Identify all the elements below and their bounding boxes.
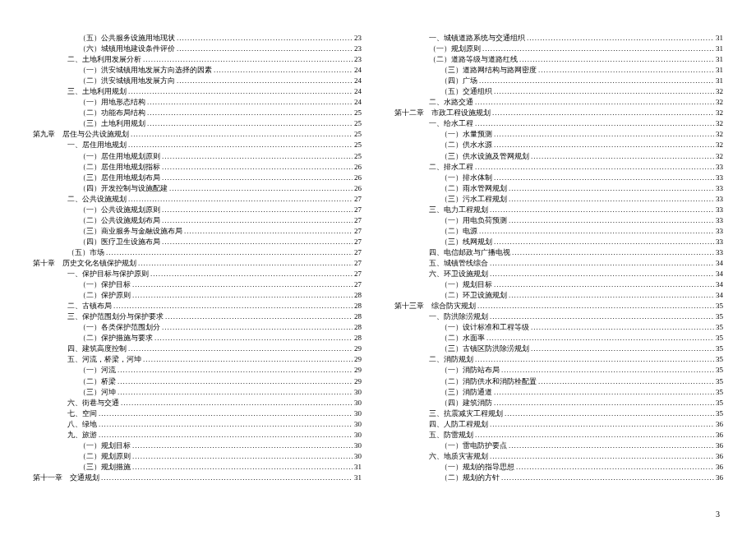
toc-entry-label: （二）居住用地规划指标 <box>79 162 160 173</box>
toc-entry: 二、水路交通32 <box>394 97 723 108</box>
toc-leader-dots <box>162 162 353 173</box>
toc-entry-page: 27 <box>354 194 362 205</box>
toc-entry-page: 31 <box>354 473 362 483</box>
toc-entry: 第十二章 市政工程设施规划32 <box>394 108 723 118</box>
toc-entry-label: 三、电力工程规划 <box>429 205 488 215</box>
toc-entry-page: 27 <box>354 215 362 226</box>
toc-entry-label: 第十章 历史文化名镇保护规划 <box>33 258 136 269</box>
toc-entry-label: 五、防雷规划 <box>429 430 473 440</box>
toc-entry: 三、电力工程规划33 <box>394 205 723 215</box>
toc-entry-label: （二）雨水管网规划 <box>440 183 507 194</box>
toc-entry-label: （一）河流 <box>79 365 116 376</box>
toc-leader-dots <box>132 290 353 301</box>
toc-entry-page: 23 <box>354 44 362 54</box>
toc-entry-page: 27 <box>354 279 362 290</box>
toc-entry-page: 35 <box>716 311 723 322</box>
toc-entry-label: 一、给水工程 <box>429 118 473 129</box>
toc-leader-dots <box>509 440 714 451</box>
toc-entry-page: 24 <box>354 97 362 108</box>
toc-leader-dots <box>147 97 353 108</box>
toc-entry-page: 27 <box>354 258 362 269</box>
toc-entry: （一）用电负荷预测33 <box>394 215 723 226</box>
toc-entry-page: 33 <box>716 162 723 173</box>
toc-entry-page: 35 <box>716 365 723 376</box>
toc-entry-page: 33 <box>716 183 723 194</box>
toc-leader-dots <box>519 54 714 65</box>
toc-columns: （五）公共服务设施用地现状23（六）城镇用地建设条件评价23二、土地利用发展分析… <box>33 33 723 483</box>
toc-leader-dots <box>121 398 353 408</box>
toc-entry-label: 七、空间 <box>67 408 97 419</box>
toc-entry: （一）规划目标34 <box>394 279 723 290</box>
toc-entry-label: （一）消防站布局 <box>440 365 500 376</box>
toc-entry: （一）规划原则31 <box>394 44 723 54</box>
toc-leader-dots <box>516 462 714 473</box>
toc-entry-label: 第九章 居住与公共设施规划 <box>33 129 129 140</box>
toc-entry-page: 27 <box>354 237 362 247</box>
toc-entry-page: 36 <box>716 473 723 483</box>
toc-entry-label: 三、保护范围划分与保护要求 <box>67 311 164 322</box>
toc-entry: （一）用地形态结构24 <box>33 97 362 108</box>
toc-entry: 二、古镇布局28 <box>33 301 362 311</box>
toc-entry-label: 第十一章 交通规划 <box>33 473 99 483</box>
toc-entry: （二）居住用地规划指标26 <box>33 162 362 173</box>
toc-entry: （一）河流29 <box>33 365 362 376</box>
toc-leader-dots <box>177 44 353 54</box>
toc-entry-label: 八、绿地 <box>67 419 97 430</box>
toc-leader-dots <box>505 408 714 419</box>
toc-entry-page: 32 <box>716 129 723 140</box>
toc-leader-dots <box>531 151 714 162</box>
toc-leader-dots <box>132 451 353 462</box>
toc-entry-page: 34 <box>716 279 723 290</box>
toc-entry-page: 30 <box>354 408 362 419</box>
toc-entry-label: （一）规划原则 <box>429 44 481 54</box>
toc-entry-page: 35 <box>716 301 723 311</box>
toc-entry: （一）公共设施规划原则27 <box>33 205 362 215</box>
toc-entry: 六、环卫设施规划34 <box>394 269 723 279</box>
toc-entry-page: 32 <box>716 151 723 162</box>
toc-leader-dots <box>475 97 714 108</box>
toc-entry-page: 33 <box>716 237 723 247</box>
toc-leader-dots <box>531 322 714 333</box>
toc-entry-label: （一）水量预测 <box>440 129 492 140</box>
toc-leader-dots <box>162 173 353 183</box>
toc-entry: （二）道路等级与道路红线31 <box>394 54 723 65</box>
toc-entry-page: 29 <box>354 365 362 376</box>
toc-entry: （一）设计标准和工程等级35 <box>394 322 723 333</box>
toc-entry-label: （三）居住用地规划布局 <box>79 173 160 183</box>
toc-entry: 二、排水工程33 <box>394 162 723 173</box>
toc-entry: （一）居住用地规划原则25 <box>33 151 362 162</box>
toc-entry: 一、保护目标与保护原则27 <box>33 269 362 279</box>
toc-entry-label: 一、居住用地规划 <box>67 140 127 150</box>
toc-entry: （二）水面率35 <box>394 333 723 344</box>
toc-leader-dots <box>150 269 353 279</box>
toc-entry-label: 二、水路交通 <box>429 97 473 108</box>
toc-entry-label: （二）环卫设施规划 <box>440 290 507 301</box>
toc-entry-page: 24 <box>354 65 362 76</box>
toc-entry: 九、旅游30 <box>33 430 362 440</box>
toc-entry-label: 一、城镇道路系统与交通组织 <box>429 33 525 44</box>
toc-entry-page: 25 <box>354 151 362 162</box>
toc-entry: （二）保护措施与要求28 <box>33 333 362 344</box>
toc-entry-label: （二）规划的方针 <box>440 473 500 483</box>
toc-leader-dots <box>99 419 353 430</box>
toc-entry: （一）规划的指导思想36 <box>394 462 723 473</box>
toc-leader-dots <box>101 473 353 483</box>
toc-leader-dots <box>162 151 353 162</box>
toc-entry-page: 25 <box>354 118 362 129</box>
toc-leader-dots <box>509 215 714 226</box>
toc-entry-page: 30 <box>354 430 362 440</box>
toc-entry-label: （三）污水工程规划 <box>440 194 507 205</box>
toc-leader-dots <box>501 365 714 376</box>
toc-entry-page: 25 <box>354 140 362 150</box>
toc-leader-dots <box>509 194 714 205</box>
toc-entry: （四）建筑消防35 <box>394 398 723 408</box>
toc-entry-label: （四）建筑消防 <box>440 398 492 408</box>
toc-entry: （五）市场27 <box>33 247 362 258</box>
toc-leader-dots <box>494 387 714 398</box>
toc-entry-label: （三）古镇区防洪除涝规划 <box>440 344 529 354</box>
toc-leader-dots <box>138 258 353 269</box>
toc-leader-dots <box>162 215 353 226</box>
toc-leader-dots <box>99 408 353 419</box>
toc-entry-page: 35 <box>716 354 723 365</box>
toc-entry: （三）污水工程规划33 <box>394 194 723 205</box>
